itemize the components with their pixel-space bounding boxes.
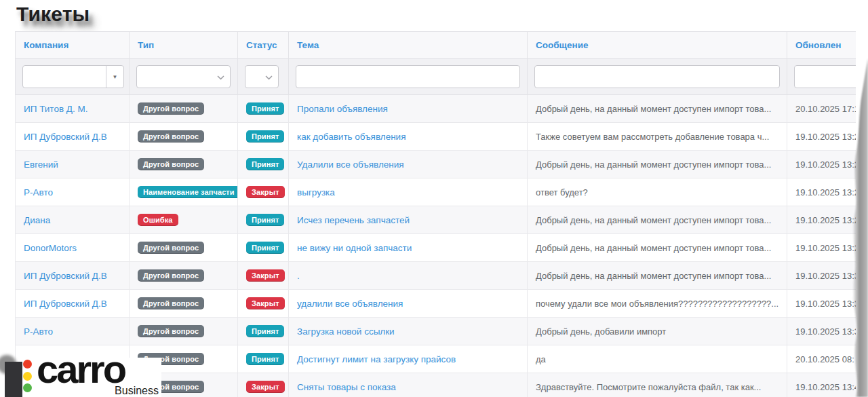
subject-link[interactable]: как добавить объявления (297, 132, 406, 142)
message-text: почему удали все мои объявления?????????… (536, 299, 778, 309)
type-badge: Другой вопрос (138, 158, 204, 170)
updated-text: 19.10.2025 13:3 (795, 299, 856, 309)
table-row[interactable]: ИП Дубровский Д.В Другой вопрос Закрыт у… (16, 290, 856, 318)
logo-panel: carro Business (22, 358, 161, 397)
subject-link[interactable]: Достигнут лимит на загрузку прайсов (297, 354, 456, 364)
column-header-type[interactable]: Тип (130, 32, 238, 59)
red-dot-icon (23, 360, 32, 368)
table-row[interactable]: Р-Авто Наименование запчасти Закрыт выгр… (16, 178, 856, 206)
company-link[interactable]: Р-Авто (24, 187, 53, 197)
logo-subtitle: Business (115, 385, 159, 397)
subject-link[interactable]: Исчез перечень запчастей (297, 215, 410, 225)
status-badge: Принят (246, 130, 284, 143)
type-badge: Другой вопрос (138, 269, 204, 282)
yellow-dot-icon (23, 372, 32, 381)
status-badge: Принят (246, 325, 284, 337)
updated-filter-input[interactable] (794, 65, 856, 88)
company-link[interactable]: Р-Авто (24, 326, 53, 337)
updated-text: 20.10.2025 08: (795, 354, 854, 364)
table-row[interactable]: Евгений Другой вопрос Принят Удалили все… (16, 151, 856, 178)
subject-filter-input[interactable] (296, 65, 520, 88)
message-text: Добрый день, на данный момент доступен и… (536, 243, 771, 253)
updated-text: 19.10.2025 13:2 (795, 159, 856, 170)
updated-text: 19.10.2025 13:2 (795, 215, 856, 225)
subject-link[interactable]: удалили все объявления (297, 299, 403, 309)
chevron-down-icon (217, 71, 224, 83)
type-badge: Другой вопрос (138, 242, 204, 254)
status-badge: Закрыт (246, 381, 285, 393)
type-badge: Ошибка (138, 214, 178, 226)
type-filter-select[interactable] (136, 65, 231, 88)
updated-text: 19.10.2025 13:3 (795, 326, 856, 337)
company-link[interactable]: ИП Титов Д. М. (24, 104, 87, 114)
message-text: Добрый день, на данный момент доступен и… (536, 159, 771, 170)
status-badge: Принят (246, 353, 284, 365)
updated-text: 19.10.2025 13:2 (795, 132, 856, 142)
updated-text: 19.10.2025 13:2 (795, 243, 856, 253)
message-text: Здравствуйте. Посмотрите пожалуйста файл… (536, 382, 761, 392)
table-row[interactable]: DonorMotors Другой вопрос Принят не вижу… (16, 234, 856, 262)
type-badge: Другой вопрос (138, 297, 204, 309)
type-badge: Другой вопрос (138, 102, 204, 115)
status-badge: Принят (246, 158, 284, 170)
message-text: ответ будет? (536, 187, 588, 197)
status-badge: Закрыт (246, 269, 285, 282)
type-badge: Другой вопрос (138, 130, 204, 143)
updated-text: 20.10.2025 17:1 (795, 104, 856, 114)
subject-link[interactable]: не вижу ни одной запчасти (297, 243, 412, 253)
company-filter-select[interactable]: ▼ (22, 65, 124, 88)
company-link[interactable]: ИП Дубровский Д.В (24, 299, 107, 309)
subject-link[interactable]: выгрузка (297, 187, 335, 197)
header-row: Компания Тип Статус Тема Сообщение Обнов… (16, 32, 856, 59)
status-filter-select[interactable] (245, 65, 279, 88)
column-header-status[interactable]: Статус (238, 32, 289, 59)
company-link[interactable]: ИП Дубровский Д.В (24, 132, 107, 142)
status-badge: Закрыт (246, 297, 285, 309)
message-text: да (536, 354, 546, 364)
company-link[interactable]: Евгений (24, 159, 58, 170)
logo-dark-strip (5, 362, 23, 397)
column-header-company[interactable]: Компания (16, 32, 130, 59)
carro-business-logo: carro Business (0, 343, 168, 397)
message-text: Добрый день, на данный момент доступен и… (536, 271, 771, 281)
table-row[interactable]: Р-Авто Другой вопрос Принят Загрузка нов… (16, 318, 856, 345)
column-header-subject[interactable]: Тема (289, 32, 528, 59)
green-dot-icon (23, 383, 32, 392)
company-link[interactable]: ИП Дубровский Д.В (24, 271, 107, 281)
table-row[interactable]: Диана Ошибка Принят Исчез перечень запча… (16, 206, 856, 234)
type-badge: Другой вопрос (138, 325, 204, 337)
company-link[interactable]: Диана (24, 215, 50, 225)
updated-text: 19.10.2025 13:4 (795, 382, 856, 392)
subject-link[interactable]: Загрузка новой ссылки (297, 326, 395, 337)
type-badge: Наименование запчасти (138, 186, 238, 198)
updated-text: 19.10.2025 13:2 (795, 187, 856, 197)
message-text: Добрый день, на данный момент доступен и… (536, 104, 771, 114)
message-text: Добрый день, добавили импорт (536, 326, 666, 337)
page-title: Тикеты (16, 3, 90, 26)
table-row[interactable]: ИП Дубровский Д.В Другой вопрос Закрыт .… (16, 262, 856, 290)
subject-link[interactable]: Пропали объявления (297, 104, 388, 114)
subject-link[interactable]: Сняты товары с показа (297, 382, 396, 392)
status-badge: Принят (246, 242, 284, 254)
filter-row: ▼ (16, 59, 856, 95)
column-header-updated[interactable]: Обновлен (787, 32, 856, 59)
table-row[interactable]: ИП Титов Д. М. Другой вопрос Принят Проп… (16, 95, 856, 123)
message-text: Также советуем вам рассмотреть добавлени… (536, 132, 769, 142)
traffic-light-icon (23, 360, 33, 392)
subject-link[interactable]: Удалили все объявления (297, 159, 404, 170)
dropdown-arrow-icon: ▼ (106, 66, 123, 88)
updated-text: 19.10.2025 13:3 (795, 271, 856, 281)
subject-link[interactable]: . (297, 271, 300, 281)
status-badge: Принят (246, 214, 284, 226)
table-row[interactable]: ИП Дубровский Д.В Другой вопрос Принят к… (16, 123, 856, 151)
logo-wordmark: carro (37, 349, 125, 389)
status-badge: Принят (246, 102, 284, 115)
company-link[interactable]: DonorMotors (24, 243, 77, 253)
chevron-down-icon (265, 71, 273, 83)
message-filter-input[interactable] (534, 65, 780, 88)
column-header-message[interactable]: Сообщение (528, 32, 787, 59)
status-badge: Закрыт (246, 186, 285, 198)
message-text: Добрый день, на данный момент доступен и… (536, 215, 771, 225)
